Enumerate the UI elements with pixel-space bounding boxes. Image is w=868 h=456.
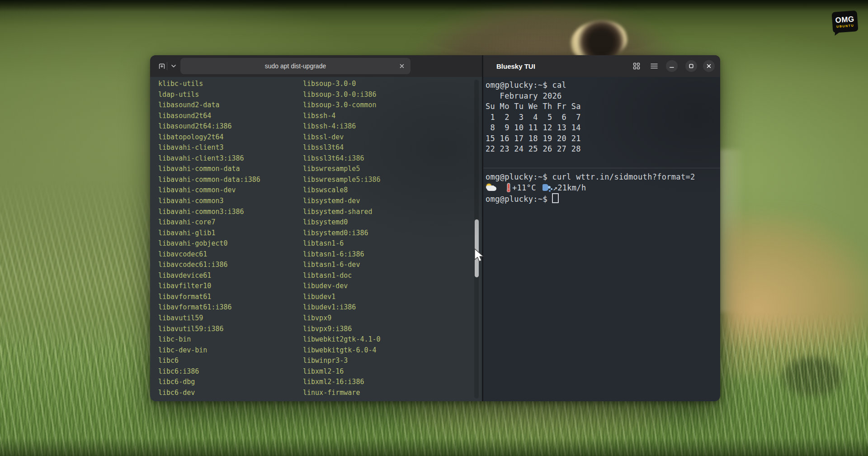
minimize-button[interactable] xyxy=(666,60,678,72)
weather-temperature: +11°C xyxy=(512,183,536,192)
curl-command-block: omg@plucky:~$curl wttr.in/sidmouth?forma… xyxy=(486,172,695,204)
package-name: libsystemd-dev xyxy=(303,196,381,207)
shell-prompt: omg@plucky:~$ xyxy=(486,81,547,90)
cal-output: February 2026Su Mo Tu We Th Fr Sa 1 2 3 … xyxy=(486,91,581,155)
scrollback-separator xyxy=(483,168,720,168)
window-divider xyxy=(482,55,483,401)
package-name: libavahi-common-data:i386 xyxy=(158,175,260,185)
apt-upgrade-terminal[interactable]: klibc-utilsldap-utilslibasound2-dataliba… xyxy=(150,77,482,401)
package-name: libavahi-gobject0 xyxy=(158,238,260,249)
window-title: Bluesky TUI xyxy=(496,55,535,77)
package-name: libssh-4 xyxy=(303,111,381,122)
maximize-icon xyxy=(689,63,694,69)
main-menu-button[interactable] xyxy=(648,60,660,72)
package-name: libssl3t64 xyxy=(303,142,381,153)
package-name: ldap-utils xyxy=(158,90,260,100)
package-name: libudev1:i386 xyxy=(303,302,381,313)
package-name: libwebkitgtk-6.0-4 xyxy=(303,345,381,356)
package-name: libtasn1-6 xyxy=(303,238,381,249)
header-separator xyxy=(167,62,167,70)
package-name: libudev-dev xyxy=(303,281,381,292)
minimize-icon xyxy=(669,63,675,69)
package-name: libavahi-common3 xyxy=(158,196,260,207)
package-name: libasound2-data xyxy=(158,100,260,111)
package-name: libswscale8 xyxy=(303,185,381,196)
package-name: libsystemd0:i386 xyxy=(303,228,381,239)
terminal-line: Su Mo Tu We Th Fr Sa xyxy=(486,101,581,112)
terminal-line: omg@plucky:~$ xyxy=(486,193,695,204)
package-name: libsystemd-shared xyxy=(303,207,381,218)
package-name: libc6 xyxy=(158,356,260,366)
package-name: libudev1 xyxy=(303,292,381,303)
package-name: libvpx9:i386 xyxy=(303,324,381,335)
tab-new-icon xyxy=(158,62,166,70)
package-name: libxml2-16:i386 xyxy=(303,377,381,388)
package-name: libavahi-glib1 xyxy=(158,228,260,239)
tab-sudo-apt-dist-upgrade[interactable]: sudo apt dist-upgrade xyxy=(180,58,410,74)
package-name: libwinpr3-3 xyxy=(303,356,381,366)
close-icon xyxy=(399,63,405,69)
package-name: libswresample5:i386 xyxy=(303,175,381,185)
shell-terminal[interactable]: omg@plucky:~$cal February 2026Su Mo Tu W… xyxy=(483,77,720,401)
close-icon xyxy=(706,63,712,69)
terminal-line: 15 16 17 18 19 20 21 xyxy=(486,133,581,144)
chevron-down-icon xyxy=(170,63,177,69)
package-name: libc-dev-bin xyxy=(158,345,260,356)
package-name: libsystemd0 xyxy=(303,217,381,228)
package-name: libsoup-3.0-common xyxy=(303,100,381,111)
package-name: libatopology2t64 xyxy=(158,132,260,143)
package-name: libavdevice61 xyxy=(158,271,260,281)
package-name: libavformat61:i386 xyxy=(158,302,260,313)
omg-ubuntu-logo: OMG UBUNTU xyxy=(831,10,858,33)
bottom-shadow xyxy=(0,438,868,456)
package-name: libavahi-client3:i386 xyxy=(158,153,260,164)
maximize-button[interactable] xyxy=(685,60,697,72)
thermometer-icon xyxy=(506,184,510,192)
shell-prompt: omg@plucky:~$ xyxy=(486,195,547,204)
package-name: libavahi-common-dev xyxy=(158,185,260,196)
terminal-cursor xyxy=(552,193,559,203)
raccoon-head-fur xyxy=(420,8,665,58)
cal-command: cal xyxy=(552,81,566,90)
weather-wind-speed: ↗21km/h xyxy=(553,183,586,192)
package-name: libsoup-3.0-0 xyxy=(303,79,381,90)
package-name: klibc-utils xyxy=(158,79,260,90)
omg-ubuntu-logo-top: OMG xyxy=(835,15,854,24)
package-name: libasound2t64:i386 xyxy=(158,121,260,132)
package-name: libavcodec61:i386 xyxy=(158,260,260,271)
package-name: libc6-dbg xyxy=(158,377,260,388)
package-name: libavutil59:i386 xyxy=(158,324,260,335)
terminal-line: 1 2 3 4 5 6 7 xyxy=(486,112,581,123)
package-name: libavahi-client3 xyxy=(158,142,260,153)
top-shadow xyxy=(0,0,868,12)
package-name: libc6:i386 xyxy=(158,366,260,377)
package-name: libc-bin xyxy=(158,334,260,345)
package-name: libsoup-3.0-0:i386 xyxy=(303,90,381,100)
package-list-column-1: klibc-utilsldap-utilslibasound2-dataliba… xyxy=(158,79,260,398)
package-name: libssl3t64:i386 xyxy=(303,153,381,164)
terminal-line: 8 9 10 11 12 13 14 xyxy=(486,123,581,133)
package-name: libxml2-16 xyxy=(303,366,381,377)
package-name: libavahi-common-data xyxy=(158,164,260,175)
package-name: libssl-dev xyxy=(303,132,381,143)
close-button[interactable] xyxy=(703,60,715,72)
package-name: libc6-dev xyxy=(158,388,260,399)
package-name: libtasn1-6:i386 xyxy=(303,249,381,260)
package-name: linux-firmware xyxy=(303,388,381,399)
scrollbar-thumb[interactable] xyxy=(475,219,479,277)
tab-list-button[interactable] xyxy=(169,60,179,72)
shell-prompt: omg@plucky:~$ xyxy=(486,172,547,181)
tab-overview-button[interactable] xyxy=(631,60,642,72)
package-name: libtasn1-6-dev xyxy=(303,260,381,271)
package-name: libswresample5 xyxy=(303,164,381,175)
package-name: libavcodec61 xyxy=(158,249,260,260)
terminal-panes: klibc-utilsldap-utilslibasound2-dataliba… xyxy=(150,77,720,401)
sun-behind-cloud-icon xyxy=(486,184,497,192)
wind-icon xyxy=(542,184,552,192)
package-name: libtasn1-doc xyxy=(303,271,381,281)
desktop: OMG UBUNTU sudo apt dist-upgrade xyxy=(0,0,868,456)
tab-close-button[interactable] xyxy=(397,61,407,71)
curl-command: curl wttr.in/sidmouth?format=2 xyxy=(552,172,695,181)
new-tab-button[interactable] xyxy=(156,60,168,72)
terminal-line: 22 23 24 25 26 27 28 xyxy=(486,144,581,155)
